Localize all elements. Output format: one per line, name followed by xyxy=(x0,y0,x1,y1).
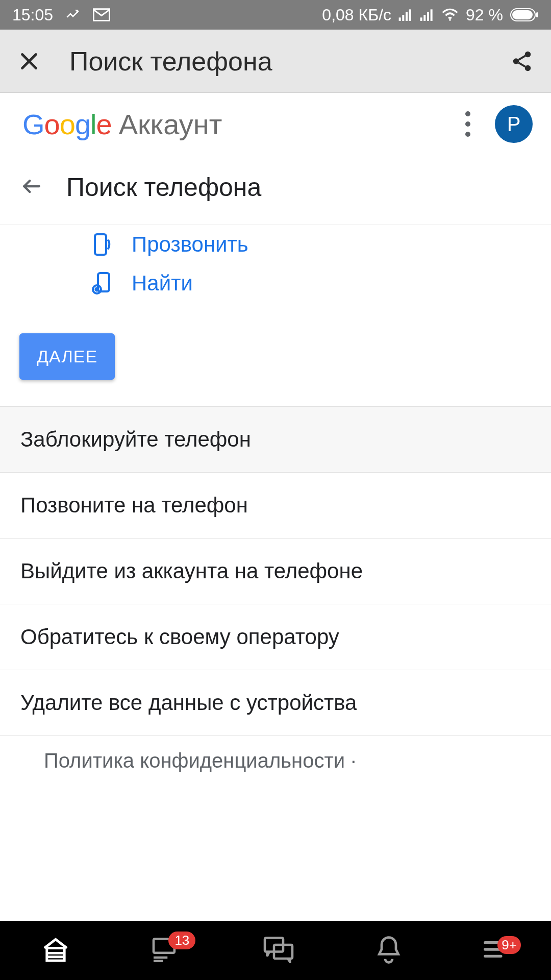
share-icon[interactable] xyxy=(510,50,534,73)
svg-point-15 xyxy=(525,65,531,71)
wifi-icon xyxy=(441,8,459,21)
nav-chats[interactable] xyxy=(262,936,295,965)
google-header: Google Аккаунт P xyxy=(0,93,551,155)
svg-point-9 xyxy=(449,19,451,21)
svg-rect-12 xyxy=(536,12,538,17)
status-time: 15:05 xyxy=(12,6,53,24)
close-icon[interactable] xyxy=(17,50,41,73)
action-locate[interactable]: Найти xyxy=(0,264,551,303)
svg-rect-7 xyxy=(427,12,429,21)
account-label: Аккаунт xyxy=(119,108,222,141)
svg-rect-16 xyxy=(95,234,106,255)
svg-rect-6 xyxy=(423,15,425,21)
svg-point-19 xyxy=(95,288,98,290)
nav-messages[interactable]: 13 xyxy=(151,937,182,964)
nav-messages-badge: 13 xyxy=(168,932,195,949)
svg-rect-8 xyxy=(431,9,433,21)
google-logo: Google xyxy=(22,108,112,141)
nav-home[interactable] xyxy=(40,936,71,965)
signal-icon xyxy=(398,9,413,21)
nav-notifications[interactable] xyxy=(375,935,402,966)
option-contact-carrier[interactable]: Обратитесь к своему оператору xyxy=(0,604,551,670)
missed-call-icon xyxy=(65,7,81,22)
svg-rect-17 xyxy=(98,273,109,291)
status-battery-text: 92 % xyxy=(466,6,503,24)
svg-rect-1 xyxy=(399,17,401,21)
phone-ring-icon xyxy=(88,232,116,257)
svg-point-14 xyxy=(513,58,519,64)
svg-point-13 xyxy=(525,51,531,57)
svg-rect-11 xyxy=(512,10,533,19)
action-ring-label: Прозвонить xyxy=(132,232,248,257)
app-bar: Поиск телефона xyxy=(0,30,551,93)
app-bar-title: Поиск телефона xyxy=(69,46,510,77)
mail-icon xyxy=(93,8,110,21)
avatar[interactable]: P xyxy=(495,105,533,143)
svg-rect-3 xyxy=(406,12,408,21)
action-locate-label: Найти xyxy=(132,271,193,296)
option-lock-phone[interactable]: Заблокируйте телефон xyxy=(0,406,551,473)
svg-rect-4 xyxy=(409,9,411,21)
svg-rect-5 xyxy=(420,17,422,21)
signal-icon-2 xyxy=(420,9,434,21)
option-call-phone[interactable]: Позвоните на телефон xyxy=(0,473,551,538)
option-erase-device[interactable]: Удалите все данные с устройства xyxy=(0,670,551,736)
nav-more[interactable]: 9+ xyxy=(482,939,511,962)
status-data-rate: 0,08 КБ/с xyxy=(322,6,391,24)
status-bar: 15:05 0,08 КБ/с 92 % xyxy=(0,0,551,30)
back-icon[interactable] xyxy=(20,175,43,200)
locate-icon xyxy=(88,271,116,296)
page-title: Поиск телефона xyxy=(66,173,261,202)
nav-more-badge: 9+ xyxy=(497,936,521,954)
option-sign-out[interactable]: Выйдите из аккаунта на телефоне xyxy=(0,538,551,604)
sub-header: Поиск телефона xyxy=(0,155,551,225)
svg-rect-2 xyxy=(402,15,404,21)
bottom-nav: 13 9+ xyxy=(0,921,551,980)
battery-icon xyxy=(510,8,539,21)
privacy-policy-link[interactable]: Политика конфиденциальности · xyxy=(0,736,551,786)
action-ring[interactable]: Прозвонить xyxy=(0,225,551,264)
more-menu-icon[interactable] xyxy=(465,111,470,137)
option-list: Заблокируйте телефон Позвоните на телефо… xyxy=(0,406,551,736)
next-button[interactable]: ДАЛЕЕ xyxy=(19,333,115,380)
